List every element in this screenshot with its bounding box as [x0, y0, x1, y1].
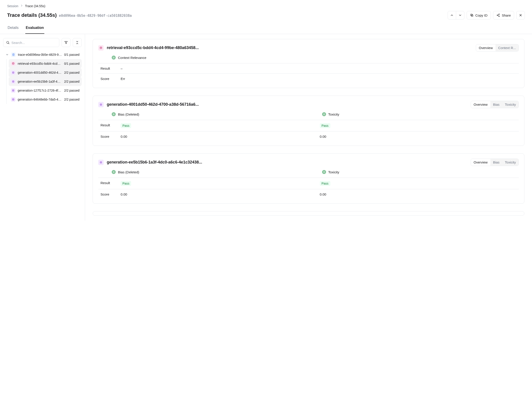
search-input-wrap[interactable] — [3, 38, 59, 47]
chevron-down-icon — [458, 13, 462, 17]
copy-id-button[interactable]: Copy ID — [467, 11, 491, 19]
tree-item[interactable]: generation-ee5b15b6-1a3f-4dc0-...2/2 pas… — [9, 77, 82, 86]
tree-item-root[interactable]: trace-e0d096ea-0b5e-4829-90df... 0/1 pas… — [3, 50, 82, 59]
result-label: Result — [98, 63, 121, 73]
tree-item[interactable]: generation-84648ebb-7da5-436...2/2 passe… — [9, 95, 82, 104]
tree-item[interactable]: generation-127f17c1-2726-4f0d-b...2/2 pa… — [9, 86, 82, 95]
metric-status-icon — [112, 170, 116, 174]
tree-root-label: trace-e0d096ea-0b5e-4829-90df... — [18, 53, 62, 57]
tree-item-count: 2/2 passed — [64, 80, 80, 83]
tree-item-label: generation-4001dd50-462d-470... — [18, 71, 62, 74]
tree-root-count: 0/1 passed — [64, 53, 80, 57]
prev-trace-button[interactable] — [448, 11, 456, 19]
sidebar: trace-e0d096ea-0b5e-4829-90df... 0/1 pas… — [0, 34, 85, 221]
tree-item-label: generation-84648ebb-7da5-436... — [18, 98, 62, 101]
pass-chip: Pass — [320, 181, 330, 186]
pass-chip: Pass — [121, 123, 131, 128]
card-tab[interactable]: Context R... — [495, 44, 519, 51]
pass-chip: Pass — [121, 181, 131, 186]
search-input[interactable] — [11, 41, 57, 45]
card-tab[interactable]: Bias — [490, 159, 502, 166]
collapse-icon — [76, 41, 79, 44]
card-title: retrieval-e93ccd5c-bdd4-4cd4-99be-480a63… — [107, 45, 199, 50]
score-label: Score — [98, 131, 121, 141]
tree-item-count: 2/2 passed — [64, 71, 80, 74]
search-icon — [6, 41, 10, 44]
card-tabs: OverviewBiasToxicity — [471, 101, 519, 108]
metric-name: Context Relevance — [118, 56, 146, 60]
evaluation-card-peek — [93, 211, 524, 216]
document-icon — [11, 52, 16, 57]
card-title: generation-ee5b15b6-1a3f-4dc0-a6c6-4e1c3… — [107, 160, 202, 165]
metric-status-icon — [112, 112, 116, 116]
svg-point-28 — [323, 172, 324, 173]
share-icon — [496, 13, 500, 17]
chevron-down-icon[interactable] — [5, 53, 9, 56]
card-tabs: OverviewBiasToxicity — [471, 159, 519, 166]
tabs: Details Evaluation — [0, 23, 532, 34]
card-tab[interactable]: Toxicity — [502, 159, 519, 166]
score-label: Score — [98, 189, 121, 199]
card-tab[interactable]: Toxicity — [502, 101, 519, 108]
tree-item-label: retrieval-e93ccd5c-bdd4-4cd4-9... — [18, 62, 62, 65]
svg-line-6 — [498, 15, 499, 16]
result-value: Pass — [121, 120, 320, 131]
trace-id: e0d096ea-0b5e-4829-90df-ca501882038a — [59, 14, 132, 18]
result-value: Pass — [121, 178, 320, 189]
evaluation-card: retrieval-e93ccd5c-bdd4-4cd4-99be-480a63… — [93, 39, 524, 88]
tree-item[interactable]: retrieval-e93ccd5c-bdd4-4cd4-9...0/1 pas… — [9, 59, 82, 68]
metric-status-icon — [112, 56, 116, 60]
page-title: Trace details (34.55s) — [7, 12, 57, 18]
generation-icon — [98, 160, 104, 165]
card-title: generation-4001dd50-462d-4700-a38d-56716… — [107, 102, 199, 107]
score-value: 0.00 — [320, 189, 519, 199]
next-trace-button[interactable] — [456, 11, 464, 19]
filter-icon — [64, 41, 68, 44]
filter-button[interactable] — [62, 38, 70, 47]
metric-name: Bias (Deleted) — [118, 112, 139, 116]
metric-name: Toxicity — [328, 112, 339, 116]
card-tab[interactable]: Bias — [490, 101, 502, 108]
tab-details[interactable]: Details — [7, 23, 19, 34]
close-button[interactable] — [516, 11, 525, 19]
tab-evaluation[interactable]: Evaluation — [25, 23, 44, 34]
retrieval-icon — [98, 45, 104, 51]
svg-marker-11 — [65, 41, 67, 44]
card-tabs: OverviewContext R... — [476, 44, 519, 51]
metric-name: Toxicity — [328, 170, 339, 174]
tree-item-count: 0/1 passed — [64, 62, 80, 65]
collapse-all-button[interactable] — [73, 38, 82, 47]
generation-icon — [11, 70, 15, 75]
generation-icon — [11, 88, 15, 93]
svg-line-5 — [498, 14, 499, 15]
generation-icon — [98, 102, 104, 107]
close-icon — [519, 13, 522, 17]
svg-point-24 — [113, 114, 114, 115]
card-tab[interactable]: Overview — [471, 101, 490, 108]
svg-point-22 — [113, 57, 114, 58]
card-tab[interactable]: Overview — [471, 159, 490, 166]
breadcrumb-session[interactable]: Session — [7, 4, 18, 8]
copy-id-label: Copy ID — [475, 13, 488, 17]
chevron-right-icon — [20, 4, 23, 8]
evaluation-card: generation-4001dd50-462d-4700-a38d-56716… — [93, 96, 524, 146]
result-label: Result — [98, 120, 121, 131]
score-value: 0.00 — [121, 189, 320, 199]
metric-status-icon — [322, 170, 326, 174]
breadcrumb-current: Trace (34.55s) — [25, 4, 45, 8]
svg-point-25 — [323, 114, 324, 115]
result-value: Pass — [320, 120, 519, 131]
tree-item-count: 2/2 passed — [64, 89, 80, 92]
share-button[interactable]: Share — [493, 11, 514, 19]
tree-item[interactable]: generation-4001dd50-462d-470...2/2 passe… — [9, 68, 82, 77]
score-value: 0.00 — [121, 131, 320, 141]
score-value: Err — [121, 74, 519, 84]
card-tab[interactable]: Overview — [476, 44, 495, 51]
breadcrumb: Session Trace (34.55s) — [0, 0, 532, 8]
evaluation-card: generation-ee5b15b6-1a3f-4dc0-a6c6-4e1c3… — [93, 154, 524, 204]
tree-item-label: generation-ee5b15b6-1a3f-4dc0-... — [18, 80, 62, 83]
pass-chip: Pass — [320, 123, 330, 128]
tree-item-count: 2/2 passed — [64, 98, 80, 101]
svg-point-27 — [113, 172, 114, 173]
generation-icon — [11, 79, 15, 84]
